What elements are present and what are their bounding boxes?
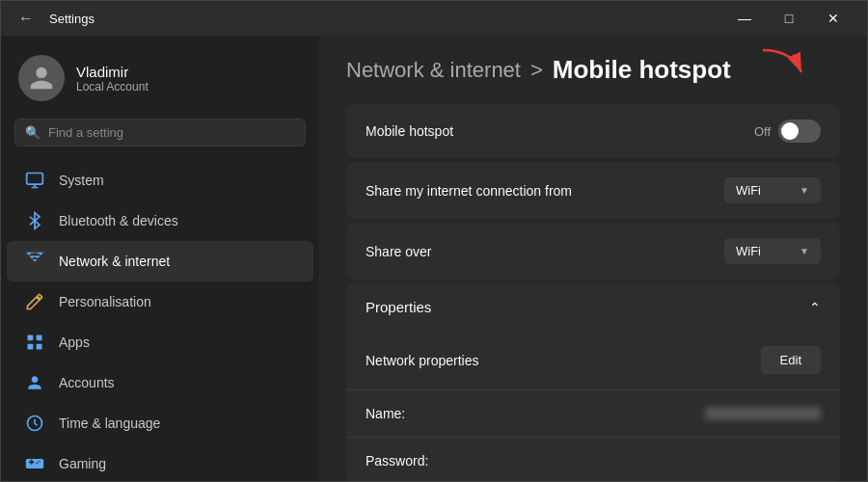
properties-title: Properties [366, 299, 431, 315]
svg-rect-0 [27, 174, 43, 185]
name-row: Name: [346, 390, 840, 438]
personalisation-label: Personalisation [59, 294, 151, 309]
share-from-value: WiFi [736, 183, 761, 198]
titlebar: ← Settings — □ ✕ [1, 1, 867, 36]
personalisation-icon [24, 291, 45, 312]
sidebar-item-network[interactable]: Network & internet [7, 241, 313, 281]
sidebar-item-accounts[interactable]: Accounts [7, 362, 313, 403]
password-label: Password: [366, 453, 428, 469]
toggle-off-label: Off [754, 124, 771, 139]
hotspot-row: Mobile hotspot Off [346, 104, 840, 158]
search-icon: 🔍 [25, 125, 41, 140]
share-from-row: Share my internet connection from WiFi ▼ [346, 162, 840, 219]
accounts-label: Accounts [59, 375, 115, 390]
properties-content: Network properties Edit Name: Password: [346, 331, 840, 481]
account-type: Local Account [76, 80, 149, 94]
properties-header[interactable]: Properties ⌃ [346, 283, 840, 331]
search-input[interactable] [48, 125, 295, 140]
titlebar-left: ← Settings [13, 5, 95, 32]
minimize-button[interactable]: — [722, 1, 767, 36]
bluetooth-label: Bluetooth & devices [59, 213, 178, 228]
breadcrumb-parent: Network & internet [346, 58, 521, 83]
share-over-row: Share over WiFi ▼ [346, 223, 840, 280]
network-icon [24, 251, 45, 272]
share-over-dropdown[interactable]: WiFi ▼ [724, 238, 821, 264]
svg-rect-1 [28, 335, 34, 341]
window-title: Settings [49, 12, 95, 26]
properties-collapse-icon: ⌃ [809, 300, 821, 315]
hotspot-toggle-container: Off [754, 120, 821, 143]
system-icon [24, 170, 45, 191]
time-label: Time & language [59, 415, 160, 431]
dropdown-arrow-icon: ▼ [800, 185, 809, 196]
breadcrumb-current: Mobile hotspot [553, 55, 731, 85]
time-icon [24, 413, 45, 434]
share-from-label: Share my internet connection from [366, 183, 572, 199]
gaming-label: Gaming [59, 456, 106, 471]
user-avatar-icon [28, 65, 55, 92]
apps-label: Apps [59, 335, 90, 350]
name-label: Name: [366, 406, 405, 421]
properties-section: Properties ⌃ Network properties Edit Nam… [346, 283, 840, 481]
svg-rect-2 [37, 335, 42, 341]
name-value-blurred [705, 407, 821, 420]
edit-button[interactable]: Edit [761, 346, 821, 374]
red-arrow-indicator [753, 45, 811, 84]
share-from-card: Share my internet connection from WiFi ▼ [346, 162, 840, 219]
network-label: Network & internet [59, 254, 170, 269]
sidebar-item-system[interactable]: System [7, 160, 313, 201]
network-properties-row: Network properties Edit [346, 331, 840, 390]
sidebar-item-apps[interactable]: Apps [7, 322, 313, 362]
bluetooth-icon [24, 210, 45, 231]
gaming-icon [24, 453, 45, 474]
back-button[interactable]: ← [13, 5, 40, 32]
maximize-button[interactable]: □ [767, 1, 811, 36]
system-label: System [59, 173, 104, 188]
apps-icon [24, 332, 45, 353]
avatar [18, 55, 65, 101]
main-content: Network & internet > Mobile hotspot Mobi… [319, 36, 867, 481]
password-row: Password: [346, 438, 840, 481]
share-over-value: WiFi [736, 244, 761, 258]
svg-rect-4 [37, 344, 42, 350]
user-section: Vladimir Local Account [1, 45, 319, 119]
sidebar-item-time[interactable]: Time & language [7, 403, 313, 443]
dropdown-arrow-2-icon: ▼ [800, 246, 809, 256]
sidebar-item-gaming[interactable]: Gaming [7, 443, 313, 481]
share-over-card: Share over WiFi ▼ [346, 223, 840, 280]
close-button[interactable]: ✕ [811, 1, 855, 36]
sidebar-item-personalisation[interactable]: Personalisation [7, 281, 313, 322]
content-area: Vladimir Local Account 🔍 System [1, 36, 867, 481]
window-controls: — □ ✕ [722, 1, 855, 36]
sidebar-item-bluetooth[interactable]: Bluetooth & devices [7, 201, 313, 241]
mobile-hotspot-card: Mobile hotspot Off [346, 104, 840, 158]
user-info: Vladimir Local Account [76, 64, 149, 94]
sidebar: Vladimir Local Account 🔍 System [1, 36, 319, 481]
breadcrumb-separator: > [530, 58, 543, 83]
accounts-icon [24, 372, 45, 393]
breadcrumb: Network & internet > Mobile hotspot [346, 55, 840, 85]
svg-rect-3 [28, 344, 34, 350]
username: Vladimir [76, 64, 149, 80]
hotspot-label: Mobile hotspot [366, 123, 453, 139]
search-box[interactable]: 🔍 [14, 119, 306, 147]
hotspot-toggle[interactable] [778, 120, 821, 143]
network-properties-label: Network properties [366, 353, 479, 368]
share-from-dropdown[interactable]: WiFi ▼ [724, 177, 821, 203]
share-over-label: Share over [366, 244, 431, 259]
settings-window: ← Settings — □ ✕ Vladimir Local Account [0, 0, 868, 482]
